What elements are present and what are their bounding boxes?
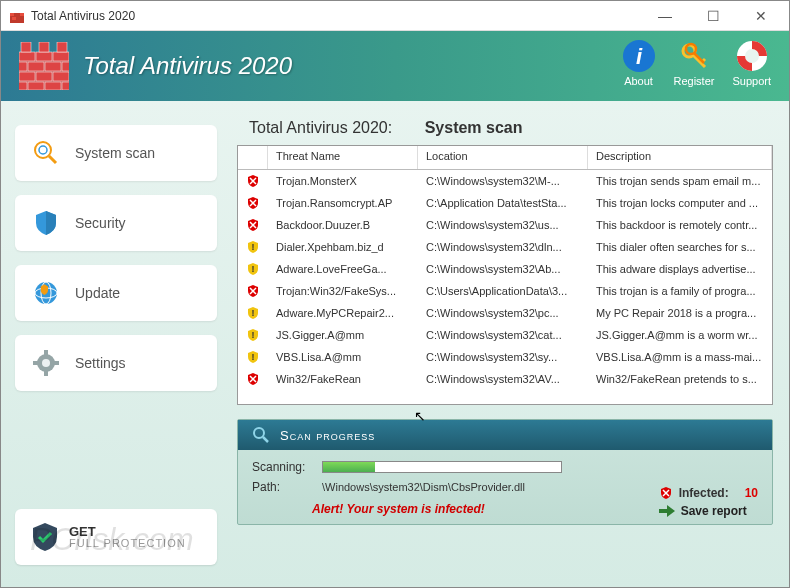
table-row[interactable]: !JS.Gigger.A@mmC:\Windows\system32\cat..… — [238, 324, 772, 346]
svg-rect-19 — [45, 82, 61, 90]
nav-label: Settings — [75, 355, 126, 371]
svg-rect-42 — [44, 371, 48, 376]
shield-red-icon — [246, 174, 260, 188]
svg-text:i: i — [635, 44, 642, 69]
table-row[interactable]: Trojan.Ransomcrypt.APC:\Application Data… — [238, 192, 772, 214]
svg-rect-20 — [62, 82, 69, 90]
shield-red-icon — [246, 196, 260, 210]
svg-rect-12 — [45, 62, 61, 71]
svg-rect-7 — [19, 52, 35, 61]
promo-line2: FULL PROTECTION — [69, 538, 186, 549]
sidebar: System scan Security Update Settings GET… — [1, 101, 231, 588]
get-full-protection-button[interactable]: GET FULL PROTECTION — [15, 509, 217, 565]
table-row[interactable]: Win32/FakeReanC:\Windows\system32\AV...W… — [238, 368, 772, 390]
infected-count-row: Infected: 10 — [659, 486, 758, 500]
svg-point-35 — [39, 146, 47, 154]
svg-rect-16 — [53, 72, 69, 81]
table-row[interactable]: Backdoor.Duuzer.BC:\Windows\system32\us.… — [238, 214, 772, 236]
scan-icon — [31, 138, 61, 168]
shield-yellow-icon: ! — [246, 306, 260, 320]
nav-label: System scan — [75, 145, 155, 161]
nav-label: Security — [75, 215, 126, 231]
svg-rect-23 — [57, 42, 67, 52]
svg-rect-44 — [54, 361, 59, 365]
shield-red-icon — [246, 372, 260, 386]
shield-red-icon — [659, 486, 673, 500]
app-title: Total Antivirus 2020 — [83, 52, 292, 80]
nav-settings[interactable]: Settings — [15, 335, 217, 391]
svg-text:!: ! — [252, 352, 255, 362]
table-row[interactable]: Trojan:Win32/FakeSys...C:\Users\Applicat… — [238, 280, 772, 302]
svg-rect-11 — [28, 62, 44, 71]
table-row[interactable]: !VBS.Lisa.A@mmC:\Windows\system32\sy...V… — [238, 346, 772, 368]
key-icon — [677, 39, 711, 73]
svg-rect-1 — [10, 13, 14, 16]
svg-rect-2 — [15, 13, 19, 16]
magnifier-icon — [252, 426, 270, 444]
svg-point-33 — [35, 142, 51, 158]
svg-rect-22 — [39, 42, 49, 52]
app-icon-small — [9, 8, 25, 24]
info-icon: i — [622, 39, 656, 73]
shield-yellow-icon: ! — [246, 328, 260, 342]
page-title: Total Antivirus 2020: System scan — [249, 119, 773, 137]
svg-rect-14 — [19, 72, 35, 81]
path-label: Path: — [252, 480, 322, 494]
path-value: \Windows\system32\Dism\CbsProvider.dll — [322, 481, 525, 493]
nav-security[interactable]: Security — [15, 195, 217, 251]
table-row[interactable]: Trojan.MonsterXC:\Windows\system32\M-...… — [238, 170, 772, 192]
nav-update[interactable]: Update — [15, 265, 217, 321]
app-header: Total Antivirus 2020 i About Register Su… — [1, 31, 789, 101]
nav-system-scan[interactable]: System scan — [15, 125, 217, 181]
arrow-right-icon — [659, 505, 675, 517]
nav-label: Update — [75, 285, 120, 301]
svg-text:!: ! — [252, 330, 255, 340]
register-button[interactable]: Register — [674, 39, 715, 87]
scanning-label: Scanning: — [252, 460, 322, 474]
svg-rect-10 — [19, 62, 27, 71]
progress-bar — [322, 461, 562, 473]
svg-rect-41 — [44, 350, 48, 355]
table-header: Threat Name Location Description — [238, 146, 772, 170]
globe-icon — [31, 278, 61, 308]
shield-red-icon — [246, 284, 260, 298]
shield-icon — [31, 208, 61, 238]
svg-rect-21 — [21, 42, 31, 52]
shield-red-icon — [246, 218, 260, 232]
maximize-button[interactable]: ☐ — [693, 3, 733, 29]
close-button[interactable]: ✕ — [741, 3, 781, 29]
svg-rect-17 — [19, 82, 27, 90]
svg-line-61 — [263, 437, 268, 442]
minimize-button[interactable]: — — [645, 3, 685, 29]
threats-table: Threat Name Location Description Trojan.… — [237, 145, 773, 405]
svg-line-34 — [49, 156, 56, 163]
svg-text:!: ! — [252, 264, 255, 274]
table-row[interactable]: !Dialer.Xpehbam.biz_dC:\Windows\system32… — [238, 236, 772, 258]
firewall-icon — [19, 42, 69, 90]
svg-point-60 — [254, 428, 264, 438]
progress-header: Scan progress — [238, 420, 772, 450]
svg-text:!: ! — [252, 242, 255, 252]
svg-rect-5 — [17, 17, 21, 20]
svg-rect-3 — [20, 13, 24, 16]
support-button[interactable]: Support — [732, 39, 771, 87]
table-row[interactable]: !Adware.MyPCRepair2...C:\Windows\system3… — [238, 302, 772, 324]
svg-rect-13 — [62, 62, 69, 71]
shield-yellow-icon: ! — [246, 350, 260, 364]
lifebuoy-icon — [735, 39, 769, 73]
svg-point-32 — [745, 49, 759, 63]
titlebar: Total Antivirus 2020 — ☐ ✕ — [1, 1, 789, 31]
window-title: Total Antivirus 2020 — [31, 9, 645, 23]
protection-shield-icon — [29, 521, 61, 553]
svg-rect-18 — [28, 82, 44, 90]
svg-rect-8 — [36, 52, 52, 61]
svg-rect-43 — [33, 361, 38, 365]
main-panel: Total Antivirus 2020: System scan Threat… — [231, 101, 789, 588]
svg-text:!: ! — [252, 308, 255, 318]
svg-rect-4 — [12, 17, 16, 20]
table-row[interactable]: !Adware.LoveFreeGa...C:\Windows\system32… — [238, 258, 772, 280]
save-report-button[interactable]: Save report — [659, 504, 758, 518]
svg-rect-9 — [53, 52, 69, 61]
svg-point-40 — [42, 359, 50, 367]
about-button[interactable]: i About — [622, 39, 656, 87]
